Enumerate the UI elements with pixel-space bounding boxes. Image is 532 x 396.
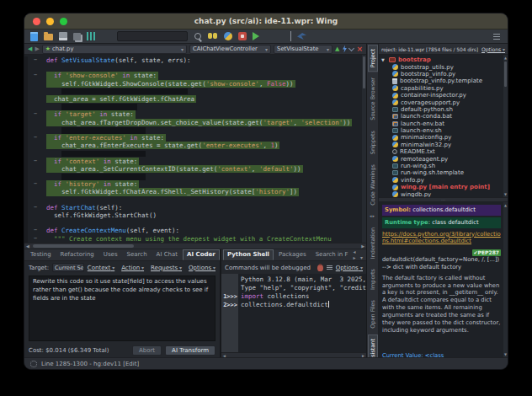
python-docs-link[interactable]: https://docs.python.org/3/library/collec… [382,231,501,246]
tree-item[interactable]: launch-conda.bat [379,113,508,120]
tree-item[interactable]: container-inspector.py [379,92,508,99]
chevron-down-icon[interactable] [348,45,354,51]
assistant-vertical-scrollbar[interactable]: ▲ ▼ [503,202,508,357]
vtab-source-assistant[interactable]: Source Assistant [368,334,378,357]
tab-refactoring[interactable]: Refactoring [56,249,98,260]
tab-packages[interactable]: Packages [274,249,311,260]
code-editor[interactable]: −def SetVisualState(self, state, errs):−… [24,55,366,243]
fold-marker-column[interactable]: − [24,204,46,211]
scroll-right-icon[interactable]: ▶ [361,243,364,249]
shell-horizontal-scrollbar[interactable]: ◀ ▶ [221,352,366,357]
fold-marker-column[interactable]: − [24,56,46,64]
ai-prompt-textarea[interactable]: Rewrite this code so it use state[field]… [29,276,215,341]
scrollbar-thumb[interactable] [504,62,507,87]
zoom-window-button[interactable] [60,18,67,25]
insert-lines-icon[interactable] [327,265,332,270]
tree-item[interactable]: ▼bootstrap [379,56,508,63]
scrollbar-thumb[interactable] [33,244,134,248]
fold-marker-column[interactable]: − [24,158,46,165]
debug-run-icon[interactable] [265,31,275,41]
tab-testing[interactable]: Testing [26,249,56,260]
new-file-icon[interactable] [30,32,38,41]
back-icon[interactable]: ◀ [28,46,32,52]
vtab-indentation[interactable]: Indentation [368,223,378,263]
fold-marker-column[interactable]: − [24,110,46,118]
find-symbol-icon[interactable] [208,31,218,41]
menu-context[interactable]: Context ▾ [88,265,114,271]
reject-changes-icon[interactable]: × [356,45,363,53]
tree-item[interactable]: default-python.sh [379,106,508,113]
tab-ai-chat[interactable]: AI Chat [152,249,182,260]
title-bar[interactable]: chat.py (src/ai): ide-11.wpr: Wing [24,13,508,29]
tab-search-in-f[interactable]: Search in F [311,249,353,260]
forward-icon[interactable]: ▶ [35,46,39,52]
vtab-snippets[interactable]: Snippets [368,126,378,158]
search-icon[interactable] [194,32,202,40]
step-over-icon[interactable] [281,31,291,41]
fold-marker-column[interactable]: − [24,227,46,234]
editor-horizontal-scrollbar[interactable]: ◀ ▶ [24,243,366,249]
scroll-left-icon[interactable]: ◀ [26,243,29,249]
tree-item[interactable]: wing.py [main entry point] [379,184,508,190]
tree-item[interactable]: minimalwin32.py [379,142,508,148]
tree-item[interactable]: capabilities.py [379,85,508,92]
vtab-imports[interactable]: Imports [368,265,378,294]
tree-item[interactable]: minimalconfig.py [379,134,508,141]
project-options-menu[interactable]: Options ▾ [481,46,505,52]
vtab-project[interactable]: Project [368,45,378,72]
target-dropdown[interactable]: Current Se ▾ [52,263,84,272]
abort-button[interactable]: Abort [132,345,162,356]
scroll-down-icon[interactable]: ▼ [504,192,507,196]
method-selector[interactable]: SetVisualState ▾ [274,45,332,54]
scroll-right-icon[interactable]: ▶ [362,351,364,358]
fold-marker-column[interactable]: − [24,134,46,142]
class-selector[interactable]: CAIChatViewController ▾ [189,45,271,54]
tree-item[interactable]: bootstrap_vinfo.py.template [379,78,508,84]
wing-logo-icon[interactable] [297,33,306,40]
panel-menu-icon[interactable]: ▾ [359,254,364,260]
tab-scroll-icons[interactable]: ◂ ▸ [354,249,358,260]
diff-icon[interactable] [87,32,95,40]
bug-icon[interactable] [317,265,323,271]
scroll-down-icon[interactable]: ▼ [504,352,507,356]
tree-item[interactable]: wingdb.py [379,190,508,197]
debug-marker-icon[interactable] [342,45,347,53]
save-icon[interactable] [59,32,67,40]
menu-options[interactable]: Options ▾ [189,265,215,271]
tree-item[interactable]: launch-env.sh [379,127,508,134]
shell-options-menu[interactable]: Options ▾ [336,265,363,271]
current-value-link[interactable]: Current Value: <class [382,352,444,357]
run-icon[interactable] [253,32,259,40]
save-copy-icon[interactable] [73,33,81,40]
menu-action[interactable]: Action ▾ [121,265,144,271]
fold-marker-column[interactable]: − [24,72,46,79]
tree-item[interactable]: bootstrap_vinfo.py [379,71,508,78]
menu-requests[interactable]: Requests ▾ [151,265,182,271]
tree-vertical-scrollbar[interactable]: ▲ ▼ [503,55,508,197]
tab-python-shell[interactable]: Python Shell [223,249,274,260]
tree-item[interactable]: bootstrap_utils.py [379,63,508,70]
editor-vertical-scrollbar[interactable] [362,55,366,243]
scroll-left-icon[interactable]: ◀ [223,351,226,358]
tab-search[interactable]: Search [123,249,152,260]
close-window-button[interactable] [33,18,40,25]
ai-transform-button[interactable]: AI Transform [165,345,215,356]
menu-icon[interactable] [492,31,502,41]
minimize-window-button[interactable] [46,18,54,25]
tree-item[interactable]: remoteagent.py [379,155,508,162]
python-env-icon[interactable] [224,32,232,40]
vtab-open-files[interactable]: Open Files [368,296,378,333]
tree-item[interactable]: vinfo.py [379,177,508,184]
tree-item[interactable]: launch-env.bat [379,120,508,127]
gear-icon[interactable] [30,361,37,367]
tree-item[interactable]: iREADME.txt [379,148,508,155]
fold-marker-column[interactable]: − [24,235,46,243]
vtab-code-warnings[interactable]: Code Warnings [368,160,378,210]
debug-stop-icon[interactable] [238,32,247,40]
expander-icon[interactable]: ▼ [381,57,387,62]
tree-item[interactable]: run-wing.sh.template [379,169,508,176]
fold-marker-column[interactable]: − [24,180,46,188]
open-folder-icon[interactable] [44,34,53,40]
tab-ai-coder[interactable]: AI Coder [183,249,220,260]
python-shell-console[interactable]: Python 3.12.8 (main, Mar 3 2025,Type "he… [221,274,366,357]
